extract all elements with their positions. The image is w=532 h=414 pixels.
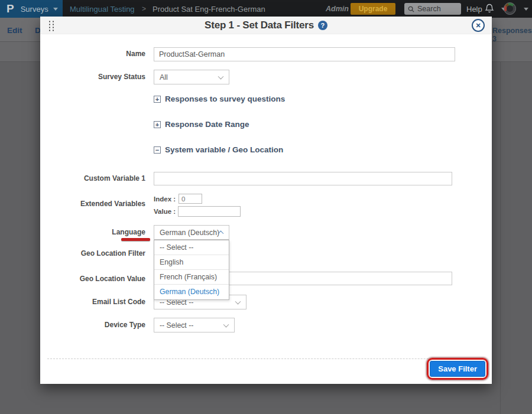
expand-icon: + xyxy=(154,121,161,128)
section-system-variable-geo[interactable]: − System variable / Geo Location xyxy=(154,145,283,154)
dialog-title: Step 1 - Set Data Filters xyxy=(205,19,314,31)
save-filter-button[interactable]: Save Filter xyxy=(430,361,485,377)
section-title: System variable / Geo Location xyxy=(165,145,283,154)
section-responses-to-questions[interactable]: + Responses to survey questions xyxy=(154,94,285,103)
section-title: Response Date Range xyxy=(165,120,249,129)
index-input[interactable] xyxy=(179,194,202,204)
value-label: Value : xyxy=(154,208,176,215)
caret-down-icon[interactable] xyxy=(524,8,528,11)
value-input[interactable] xyxy=(178,206,241,217)
index-label: Index : xyxy=(154,195,176,203)
language-label: Language xyxy=(40,228,145,236)
extended-variables-label: Extended Variables xyxy=(40,200,145,208)
language-options-list: -- Select -- English French (Français) G… xyxy=(154,240,229,300)
search-icon xyxy=(408,6,414,12)
search-placeholder: Search xyxy=(417,5,441,13)
expand-icon: + xyxy=(154,96,161,103)
geo-location-value-label: Geo Location Value xyxy=(40,275,145,283)
close-icon[interactable]: ✕ xyxy=(472,19,485,32)
annotation-red-underline xyxy=(121,238,150,241)
upgrade-now-button[interactable]: Upgrade Now xyxy=(351,3,395,15)
surveys-menu[interactable]: P Surveys xyxy=(0,0,63,18)
notifications-bell-icon[interactable] xyxy=(485,4,494,16)
device-type-label: Device Type xyxy=(40,321,145,329)
language-option-selected[interactable]: German (Deutsch) xyxy=(154,285,229,299)
annotation-red-outline: Save Filter xyxy=(427,358,488,380)
language-select[interactable]: German (Deutsch) xyxy=(154,225,229,240)
chevron-down-icon xyxy=(223,321,229,327)
responses-count-label: Responses: 3 xyxy=(492,27,532,43)
caret-down-icon xyxy=(53,8,58,11)
help-link[interactable]: Help xyxy=(466,5,482,14)
custom-variable-label: Custom Variable 1 xyxy=(40,174,145,182)
dialog-header: Step 1 - Set Data Filters ? ✕ xyxy=(40,17,492,34)
help-icon[interactable]: ? xyxy=(318,21,327,30)
geo-location-filter-label: Geo Location Filter xyxy=(40,249,145,257)
email-list-code-label: Email List Code xyxy=(40,298,145,306)
section-response-date-range[interactable]: + Response Date Range xyxy=(154,120,249,129)
survey-status-value: All xyxy=(160,73,168,82)
survey-status-label: Survey Status xyxy=(40,73,145,81)
device-type-value: -- Select -- xyxy=(160,321,193,330)
breadcrumb-separator: > xyxy=(142,5,146,13)
top-navigation-bar: P Surveys Multilingual Testing > Product… xyxy=(0,0,532,18)
breadcrumb-folder-link[interactable]: Multilingual Testing xyxy=(70,5,135,14)
language-value: German (Deutsch) xyxy=(160,229,219,237)
surveys-menu-label: Surveys xyxy=(21,5,48,14)
section-title: Responses to survey questions xyxy=(165,94,285,103)
chevron-down-icon xyxy=(218,73,224,79)
screen: P Surveys Multilingual Testing > Product… xyxy=(0,0,532,414)
name-label: Name xyxy=(40,50,145,58)
set-data-filters-dialog: Step 1 - Set Data Filters ? ✕ Name Surve… xyxy=(40,17,492,384)
device-type-select[interactable]: -- Select -- xyxy=(154,318,235,332)
name-input[interactable] xyxy=(154,47,455,61)
language-option[interactable]: -- Select -- xyxy=(154,240,229,255)
language-option[interactable]: English xyxy=(154,255,229,270)
breadcrumb-survey-name: Product Sat Eng-French-German xyxy=(153,5,265,14)
search-input[interactable]: Search xyxy=(404,3,461,15)
collapse-icon: − xyxy=(154,146,161,154)
custom-variable-input[interactable] xyxy=(154,172,452,185)
chevron-down-icon xyxy=(235,298,241,304)
brand-logo-icon: P xyxy=(7,2,14,15)
tab-edit[interactable]: Edit xyxy=(7,26,22,35)
survey-status-select[interactable]: All xyxy=(154,70,229,84)
language-option[interactable]: French (Français) xyxy=(154,270,229,285)
admin-label: Admin xyxy=(326,5,349,13)
footer-divider xyxy=(47,358,485,359)
account-avatar-icon[interactable] xyxy=(504,2,516,15)
content-divider xyxy=(500,62,501,414)
